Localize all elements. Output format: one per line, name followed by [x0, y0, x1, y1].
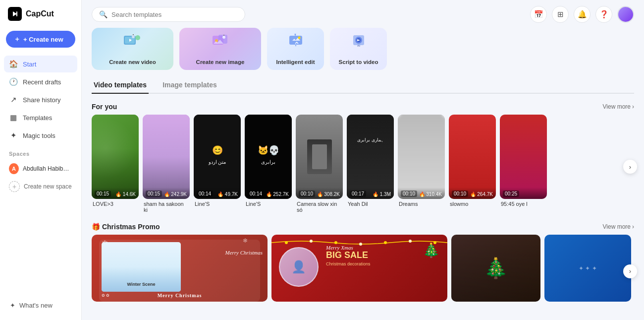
svg-point-16 — [294, 34, 296, 35]
script-to-video-label: Script to video — [339, 59, 378, 65]
template-thumbnail: 00:10 🔥 264.7K — [449, 115, 496, 199]
script-to-video-card[interactable]: AI Script to video — [330, 28, 387, 70]
template-card[interactable]: 00:15 🔥 14.6K LOVE>3 — [92, 115, 139, 213]
template-title: 95:45 oye l — [500, 201, 547, 207]
template-duration: 00:17 — [350, 191, 366, 197]
template-title: LOVE>3 — [92, 201, 139, 207]
user-avatar: A — [9, 163, 19, 174]
for-you-templates-container: 00:15 🔥 14.6K LOVE>3 00:15 🔥 242.9K sham… — [82, 115, 644, 219]
template-likes: 🔥 1.3M — [373, 192, 391, 197]
template-overlay: 00:10 🔥 310.4K — [398, 188, 445, 199]
template-overlay: 00:15 🔥 242.9K — [143, 188, 190, 199]
christmas-promo-view-more[interactable]: View more › — [603, 223, 634, 230]
create-new-space[interactable]: + Create new space — [4, 178, 77, 195]
template-thumbnail: 00:15 🔥 14.6K — [92, 115, 139, 199]
sidebar-item-templates[interactable]: ▦ Templates — [4, 109, 77, 126]
whats-new-button[interactable]: ✦ What's new — [5, 298, 76, 313]
template-duration: 00:15 — [95, 191, 111, 197]
template-card[interactable]: 00:10 🔥 264.7K slowmo — [449, 115, 496, 213]
for-you-view-more[interactable]: View more › — [603, 103, 634, 110]
create-video-label: Create new video — [109, 59, 156, 65]
template-card[interactable]: 😊متن اردو 00:14 🔥 49.7K Line'S — [194, 115, 241, 213]
intelligent-edit-card[interactable]: Intelligent edit — [267, 28, 324, 70]
user-avatar-button[interactable] — [617, 6, 634, 23]
promo-card-2[interactable]: 👤 Merry Xmas BIG SALE Christmas decorati… — [271, 235, 447, 302]
tab-image-templates[interactable]: Image templates — [161, 78, 219, 94]
main-content: 🔍 📅 ⊞ 🔔 ❓ — [82, 0, 644, 320]
svg-point-23 — [334, 241, 337, 244]
template-card[interactable]: 00:25 95:45 oye l — [500, 115, 547, 213]
home-icon: 🏠 — [9, 60, 18, 68]
template-overlay: 00:25 — [500, 188, 547, 199]
notification-button[interactable]: 🔔 — [574, 6, 590, 23]
christmas-promo-next-button[interactable]: › — [623, 264, 637, 278]
template-title: Line'S — [194, 201, 241, 207]
space-item-user[interactable]: A Abdullah Habib251's ... — [4, 160, 77, 178]
christmas-promo-title: 🎁 Christmas Promo — [92, 223, 160, 231]
sidebar-item-magic-tools[interactable]: ✦ Magic tools — [4, 127, 77, 144]
christmas-promo-container: ❄ ❄ ❄ Winter Scene Merry Christmas ✿ ✿ — [82, 235, 644, 308]
christmas-promo-row: ❄ ❄ ❄ Winter Scene Merry Christmas ✿ ✿ — [82, 235, 644, 308]
template-likes: 🔥 252.7K — [266, 192, 289, 197]
svg-point-21 — [285, 241, 288, 244]
svg-point-10 — [222, 36, 225, 39]
template-title: sham ha sakoon ki — [143, 201, 190, 213]
template-duration: 00:14 — [197, 191, 213, 197]
template-overlay: 00:10 🔥 308.2K — [296, 188, 343, 199]
svg-point-26 — [409, 240, 412, 243]
template-duration: 00:10 — [299, 191, 315, 197]
template-thumbnail: 00:15 🔥 242.9K — [143, 115, 190, 199]
template-title: Dreams — [398, 201, 445, 207]
sidebar-item-start[interactable]: 🏠 Start — [4, 56, 77, 72]
app-logo[interactable]: CapCut — [0, 7, 81, 31]
for-you-next-button[interactable]: › — [623, 160, 637, 174]
create-new-image-card[interactable]: Create new image — [179, 28, 261, 70]
svg-point-25 — [384, 241, 387, 244]
template-title: Yeah Dil — [347, 201, 394, 207]
template-card[interactable]: ہماری برابری 00:17 🔥 1.3M Yeah Dil — [347, 115, 394, 213]
help-button[interactable]: ❓ — [595, 6, 612, 23]
for-you-section-header: For you View more › — [82, 99, 644, 115]
search-bar[interactable]: 🔍 — [92, 7, 245, 22]
template-likes: 🔥 242.9K — [164, 192, 187, 197]
template-thumbnail: ہماری برابری 00:17 🔥 1.3M — [347, 115, 394, 199]
template-duration: 00:10 — [452, 191, 468, 197]
search-input[interactable] — [111, 11, 238, 18]
svg-point-5 — [132, 35, 135, 38]
promo-card-3[interactable]: 🎄 — [451, 235, 540, 302]
create-new-button[interactable]: ＋ + Create new — [6, 31, 75, 48]
tab-video-templates[interactable]: Video templates — [92, 78, 149, 94]
tabs-section: Video templates Image templates — [82, 78, 644, 94]
sidebar-nav: 🏠 Start 🕐 Recent drafts ↗ Share history … — [0, 56, 81, 144]
template-card[interactable]: 00:15 🔥 242.9K sham ha sakoon ki — [143, 115, 190, 213]
logo-icon — [8, 7, 22, 21]
intelligent-edit-label: Intelligent edit — [276, 59, 315, 65]
grid-icon: ▦ — [9, 113, 18, 122]
promo-card-1[interactable]: ❄ ❄ ❄ Winter Scene Merry Christmas ✿ ✿ — [92, 235, 268, 302]
svg-point-22 — [310, 240, 313, 243]
template-card[interactable]: 00:10 🔥 310.4K Dreams — [398, 115, 445, 213]
template-title: slowmo — [449, 201, 496, 207]
sparkle-icon: ✦ — [10, 302, 15, 309]
for-you-templates-row: 00:15 🔥 14.6K LOVE>3 00:15 🔥 242.9K sham… — [82, 115, 644, 219]
calendar-icon-button[interactable]: 📅 — [530, 6, 547, 23]
sidebar-bottom: ✦ What's new — [0, 293, 81, 320]
template-title: Line'S — [245, 201, 292, 207]
sidebar-item-recent-drafts[interactable]: 🕐 Recent drafts — [4, 73, 77, 90]
grid-view-button[interactable]: ⊞ — [552, 6, 569, 23]
create-new-video-card[interactable]: Create new video — [92, 28, 173, 70]
template-card[interactable]: 00:10 🔥 308.2K Camera slow xin só — [296, 115, 343, 213]
quick-actions: Create new video Create new image — [82, 28, 644, 78]
template-likes: 🔥 310.4K — [419, 192, 442, 197]
template-likes: 🔥 264.7K — [470, 192, 493, 197]
template-thumbnail: 😊متن اردو 00:14 🔥 49.7K — [194, 115, 241, 199]
template-thumbnail: 00:10 🔥 310.4K — [398, 115, 445, 199]
template-likes: 🔥 49.7K — [217, 192, 238, 197]
tabs: Video templates Image templates — [92, 78, 634, 94]
question-icon: ❓ — [599, 10, 609, 19]
promo-card-4[interactable]: ✦ ✦ ✦ — [544, 235, 631, 302]
sidebar-item-share-history[interactable]: ↗ Share history — [4, 91, 77, 108]
header: 🔍 📅 ⊞ 🔔 ❓ — [82, 0, 644, 28]
create-image-label: Create new image — [196, 59, 245, 65]
template-card[interactable]: 💀🐱برابری 00:14 🔥 252.7K Line'S — [245, 115, 292, 213]
